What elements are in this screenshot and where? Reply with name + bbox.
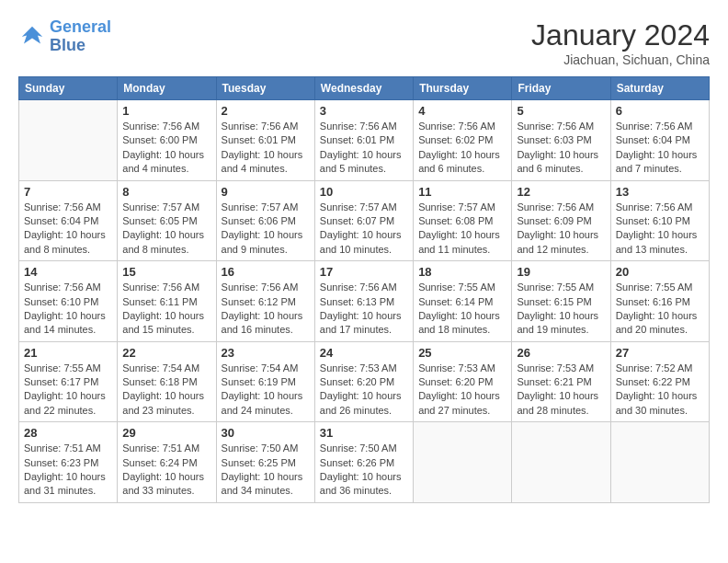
day-info: Sunrise: 7:53 AM Sunset: 6:20 PM Dayligh… bbox=[418, 362, 506, 419]
day-info: Sunrise: 7:56 AM Sunset: 6:11 PM Dayligh… bbox=[122, 281, 210, 338]
day-header-thursday: Thursday bbox=[414, 77, 512, 100]
day-number: 24 bbox=[320, 346, 408, 360]
title-block: January 2024 Jiachuan, Sichuan, China bbox=[531, 18, 710, 67]
day-info: Sunrise: 7:56 AM Sunset: 6:09 PM Dayligh… bbox=[517, 201, 605, 258]
day-header-friday: Friday bbox=[512, 77, 610, 100]
day-info: Sunrise: 7:50 AM Sunset: 6:25 PM Dayligh… bbox=[222, 442, 310, 499]
logo-icon bbox=[18, 23, 46, 51]
day-number: 16 bbox=[222, 265, 310, 279]
calendar-cell: 5Sunrise: 7:56 AM Sunset: 6:03 PM Daylig… bbox=[512, 100, 610, 181]
day-info: Sunrise: 7:56 AM Sunset: 6:00 PM Dayligh… bbox=[122, 120, 210, 177]
day-number: 26 bbox=[517, 346, 605, 360]
calendar-cell: 20Sunrise: 7:55 AM Sunset: 6:16 PM Dayli… bbox=[610, 261, 709, 342]
day-number: 28 bbox=[24, 426, 112, 440]
day-info: Sunrise: 7:56 AM Sunset: 6:03 PM Dayligh… bbox=[517, 120, 605, 177]
week-row-1: 1Sunrise: 7:56 AM Sunset: 6:00 PM Daylig… bbox=[19, 100, 710, 181]
day-number: 20 bbox=[616, 265, 704, 279]
day-info: Sunrise: 7:55 AM Sunset: 6:14 PM Dayligh… bbox=[418, 281, 506, 338]
days-header-row: SundayMondayTuesdayWednesdayThursdayFrid… bbox=[19, 77, 710, 100]
day-number: 9 bbox=[222, 185, 310, 199]
calendar-cell: 7Sunrise: 7:56 AM Sunset: 6:04 PM Daylig… bbox=[19, 180, 118, 261]
calendar-cell: 31Sunrise: 7:50 AM Sunset: 6:26 PM Dayli… bbox=[314, 422, 413, 503]
calendar-cell: 11Sunrise: 7:57 AM Sunset: 6:08 PM Dayli… bbox=[414, 180, 512, 261]
day-info: Sunrise: 7:57 AM Sunset: 6:05 PM Dayligh… bbox=[122, 201, 210, 258]
day-number: 22 bbox=[122, 346, 210, 360]
month-title: January 2024 bbox=[531, 18, 710, 52]
day-info: Sunrise: 7:56 AM Sunset: 6:04 PM Dayligh… bbox=[24, 201, 112, 258]
day-info: Sunrise: 7:57 AM Sunset: 6:06 PM Dayligh… bbox=[222, 201, 310, 258]
calendar-cell: 9Sunrise: 7:57 AM Sunset: 6:06 PM Daylig… bbox=[216, 180, 314, 261]
day-info: Sunrise: 7:57 AM Sunset: 6:07 PM Dayligh… bbox=[320, 201, 408, 258]
day-number: 18 bbox=[418, 265, 506, 279]
day-info: Sunrise: 7:56 AM Sunset: 6:02 PM Dayligh… bbox=[418, 120, 506, 177]
calendar-cell: 3Sunrise: 7:56 AM Sunset: 6:01 PM Daylig… bbox=[314, 100, 413, 181]
day-info: Sunrise: 7:55 AM Sunset: 6:17 PM Dayligh… bbox=[24, 362, 112, 419]
day-number: 12 bbox=[517, 185, 605, 199]
calendar-cell bbox=[512, 422, 610, 503]
calendar-cell: 13Sunrise: 7:56 AM Sunset: 6:10 PM Dayli… bbox=[610, 180, 709, 261]
day-info: Sunrise: 7:54 AM Sunset: 6:18 PM Dayligh… bbox=[122, 362, 210, 419]
day-info: Sunrise: 7:52 AM Sunset: 6:22 PM Dayligh… bbox=[616, 362, 704, 419]
calendar-cell: 1Sunrise: 7:56 AM Sunset: 6:00 PM Daylig… bbox=[118, 100, 216, 181]
day-number: 7 bbox=[24, 185, 112, 199]
day-info: Sunrise: 7:56 AM Sunset: 6:01 PM Dayligh… bbox=[222, 120, 310, 177]
day-number: 15 bbox=[122, 265, 210, 279]
day-number: 30 bbox=[222, 426, 310, 440]
day-info: Sunrise: 7:55 AM Sunset: 6:16 PM Dayligh… bbox=[616, 281, 704, 338]
day-number: 4 bbox=[418, 104, 506, 118]
calendar-cell bbox=[414, 422, 512, 503]
day-number: 5 bbox=[517, 104, 605, 118]
day-number: 8 bbox=[122, 185, 210, 199]
day-header-tuesday: Tuesday bbox=[216, 77, 314, 100]
day-number: 27 bbox=[616, 346, 704, 360]
day-number: 29 bbox=[122, 426, 210, 440]
day-number: 21 bbox=[24, 346, 112, 360]
calendar-cell: 27Sunrise: 7:52 AM Sunset: 6:22 PM Dayli… bbox=[610, 341, 709, 422]
location: Jiachuan, Sichuan, China bbox=[531, 52, 710, 67]
svg-marker-0 bbox=[22, 27, 43, 44]
calendar-cell: 12Sunrise: 7:56 AM Sunset: 6:09 PM Dayli… bbox=[512, 180, 610, 261]
day-info: Sunrise: 7:54 AM Sunset: 6:19 PM Dayligh… bbox=[222, 362, 310, 419]
day-info: Sunrise: 7:56 AM Sunset: 6:04 PM Dayligh… bbox=[616, 120, 704, 177]
calendar-cell: 25Sunrise: 7:53 AM Sunset: 6:20 PM Dayli… bbox=[414, 341, 512, 422]
day-number: 2 bbox=[222, 104, 310, 118]
calendar-cell: 23Sunrise: 7:54 AM Sunset: 6:19 PM Dayli… bbox=[216, 341, 314, 422]
calendar-cell: 4Sunrise: 7:56 AM Sunset: 6:02 PM Daylig… bbox=[414, 100, 512, 181]
day-info: Sunrise: 7:53 AM Sunset: 6:20 PM Dayligh… bbox=[320, 362, 408, 419]
calendar-table: SundayMondayTuesdayWednesdayThursdayFrid… bbox=[18, 76, 710, 503]
logo: General Blue bbox=[18, 18, 111, 55]
calendar-cell: 22Sunrise: 7:54 AM Sunset: 6:18 PM Dayli… bbox=[118, 341, 216, 422]
day-header-saturday: Saturday bbox=[610, 77, 709, 100]
calendar-cell: 29Sunrise: 7:51 AM Sunset: 6:24 PM Dayli… bbox=[118, 422, 216, 503]
day-number: 23 bbox=[222, 346, 310, 360]
logo-text: General Blue bbox=[50, 18, 111, 55]
day-header-wednesday: Wednesday bbox=[314, 77, 413, 100]
day-number: 13 bbox=[616, 185, 704, 199]
day-info: Sunrise: 7:57 AM Sunset: 6:08 PM Dayligh… bbox=[418, 201, 506, 258]
day-info: Sunrise: 7:56 AM Sunset: 6:10 PM Dayligh… bbox=[616, 201, 704, 258]
calendar-cell bbox=[610, 422, 709, 503]
day-header-sunday: Sunday bbox=[19, 77, 118, 100]
page-header: General Blue January 2024 Jiachuan, Sich… bbox=[18, 18, 710, 67]
day-number: 3 bbox=[320, 104, 408, 118]
calendar-cell: 6Sunrise: 7:56 AM Sunset: 6:04 PM Daylig… bbox=[610, 100, 709, 181]
calendar-cell: 24Sunrise: 7:53 AM Sunset: 6:20 PM Dayli… bbox=[314, 341, 413, 422]
calendar-cell: 10Sunrise: 7:57 AM Sunset: 6:07 PM Dayli… bbox=[314, 180, 413, 261]
calendar-cell: 8Sunrise: 7:57 AM Sunset: 6:05 PM Daylig… bbox=[118, 180, 216, 261]
day-number: 31 bbox=[320, 426, 408, 440]
day-number: 19 bbox=[517, 265, 605, 279]
day-info: Sunrise: 7:56 AM Sunset: 6:12 PM Dayligh… bbox=[222, 281, 310, 338]
day-number: 17 bbox=[320, 265, 408, 279]
calendar-cell: 19Sunrise: 7:55 AM Sunset: 6:15 PM Dayli… bbox=[512, 261, 610, 342]
calendar-cell: 2Sunrise: 7:56 AM Sunset: 6:01 PM Daylig… bbox=[216, 100, 314, 181]
week-row-5: 28Sunrise: 7:51 AM Sunset: 6:23 PM Dayli… bbox=[19, 422, 710, 503]
day-info: Sunrise: 7:56 AM Sunset: 6:01 PM Dayligh… bbox=[320, 120, 408, 177]
calendar-cell: 14Sunrise: 7:56 AM Sunset: 6:10 PM Dayli… bbox=[19, 261, 118, 342]
day-info: Sunrise: 7:51 AM Sunset: 6:24 PM Dayligh… bbox=[122, 442, 210, 499]
day-number: 6 bbox=[616, 104, 704, 118]
day-number: 1 bbox=[122, 104, 210, 118]
day-info: Sunrise: 7:56 AM Sunset: 6:10 PM Dayligh… bbox=[24, 281, 112, 338]
calendar-cell: 26Sunrise: 7:53 AM Sunset: 6:21 PM Dayli… bbox=[512, 341, 610, 422]
calendar-cell: 28Sunrise: 7:51 AM Sunset: 6:23 PM Dayli… bbox=[19, 422, 118, 503]
day-number: 14 bbox=[24, 265, 112, 279]
